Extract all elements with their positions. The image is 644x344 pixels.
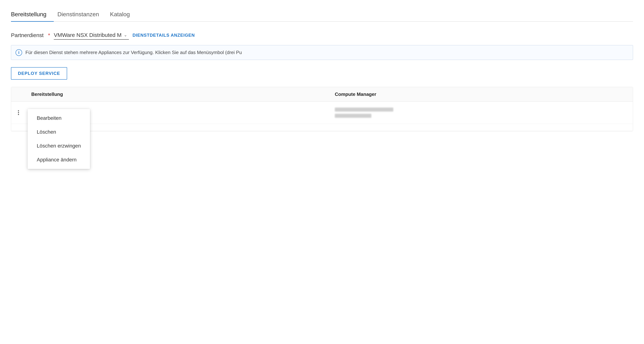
- context-menu-item-appliance-andern[interactable]: Appliance ändern: [28, 153, 90, 167]
- table-row: Bearbeiten Löschen Löschen erzwingen App…: [11, 102, 633, 124]
- service-dropdown-text: VMWare NSX Distributed M: [54, 32, 122, 38]
- partner-service-label: Partnerdienst: [11, 32, 44, 38]
- tab-bar: Bereitstellung Dienstinstanzen Katalog: [11, 7, 633, 22]
- context-menu-item-bearbeiten[interactable]: Bearbeiten: [28, 111, 90, 125]
- table-header-bereitstellung: Bereitstellung: [26, 87, 329, 102]
- info-banner: i Für diesen Dienst stehen mehrere Appli…: [11, 45, 633, 60]
- tab-katalog[interactable]: Katalog: [110, 7, 137, 21]
- table-header-actions: [11, 87, 26, 102]
- tab-bereitstellung[interactable]: Bereitstellung: [11, 7, 54, 21]
- table-header-row: Bereitstellung Compute Manager: [11, 87, 633, 102]
- row-compute-manager-cell: [329, 102, 633, 124]
- info-text: Für diesen Dienst stehen mehrere Applian…: [26, 49, 242, 56]
- required-star: *: [48, 32, 50, 38]
- context-menu-item-loschen-erzwingen[interactable]: Löschen erzwingen: [28, 139, 90, 153]
- service-dropdown[interactable]: VMWare NSX Distributed M ⌄: [54, 31, 129, 40]
- dot-1: [18, 110, 19, 111]
- row-actions-cell: Bearbeiten Löschen Löschen erzwingen App…: [11, 103, 26, 122]
- page-container: Bereitstellung Dienstinstanzen Katalog P…: [0, 0, 644, 344]
- blurred-content: [335, 108, 627, 118]
- info-icon: i: [16, 49, 22, 56]
- chevron-down-icon: ⌄: [124, 33, 127, 37]
- table-bottom-row: [11, 124, 633, 131]
- dot-3: [18, 114, 19, 115]
- table-header-compute-manager: Compute Manager: [329, 87, 633, 102]
- context-menu-item-loschen[interactable]: Löschen: [28, 125, 90, 139]
- table-container: Bereitstellung Compute Manager Bearbeite…: [11, 87, 633, 131]
- blur-line-1: [335, 108, 393, 112]
- tab-dienstinstanzen[interactable]: Dienstinstanzen: [58, 7, 106, 21]
- row-actions-button[interactable]: [16, 109, 21, 116]
- context-menu: Bearbeiten Löschen Löschen erzwingen App…: [28, 109, 90, 169]
- partner-service-row: Partnerdienst * VMWare NSX Distributed M…: [11, 31, 633, 40]
- deploy-service-button[interactable]: DEPLOY SERVICE: [11, 67, 67, 80]
- dot-2: [18, 112, 19, 113]
- view-details-link[interactable]: DIENSTDETAILS ANZEIGEN: [132, 33, 195, 38]
- blur-line-2: [335, 114, 371, 118]
